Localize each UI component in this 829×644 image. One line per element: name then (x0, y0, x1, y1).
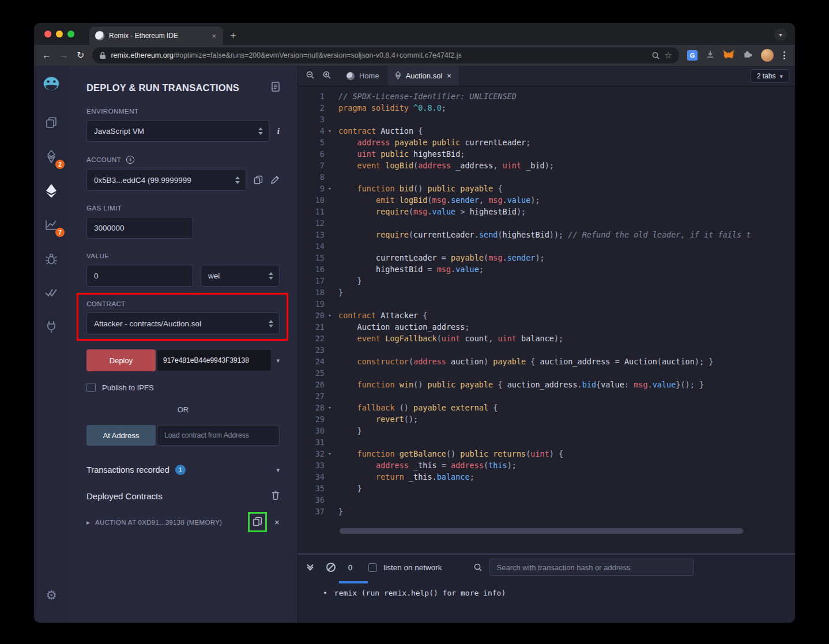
select-arrows-icon (269, 320, 273, 327)
deployed-contract-row[interactable]: ▸ AUCTION AT 0XD91...39138 (MEMORY) × (86, 517, 280, 528)
listen-network-checkbox[interactable] (368, 563, 377, 572)
code-line: 12 (298, 217, 795, 229)
horizontal-scrollbar[interactable] (340, 528, 743, 534)
sign-message-pencil-icon[interactable] (270, 175, 280, 184)
gas-limit-label: GAS LIMIT (86, 205, 280, 212)
plugin-manager-icon[interactable] (43, 318, 60, 336)
profile-avatar[interactable] (761, 49, 774, 62)
code-line: 36 (298, 494, 795, 506)
value-unit-select[interactable]: wei (201, 265, 280, 287)
settings-icon[interactable]: ⚙ (43, 587, 60, 604)
select-arrows-icon (258, 127, 263, 135)
code-line: 3 (298, 114, 795, 125)
select-arrows-icon (269, 272, 273, 280)
code-line: 29 revert(); (298, 413, 795, 425)
code-line: 9▾ function bid() public payable { (298, 183, 795, 194)
code-line: 16 highestBid = msg.value; (298, 263, 795, 275)
code-line: 30 } (298, 425, 795, 436)
code-line: 25 (298, 367, 795, 379)
copy-address-wrap (253, 517, 262, 528)
zoom-page-icon[interactable] (651, 51, 660, 60)
add-account-icon[interactable]: + (126, 156, 134, 164)
new-tab-button[interactable]: + (230, 29, 236, 42)
static-analysis-icon[interactable]: 7 (43, 216, 60, 234)
environment-info-icon[interactable]: i (277, 126, 280, 136)
browser-tab[interactable]: Remix - Ethereum IDE × (89, 27, 223, 45)
terminal-search-icon (473, 563, 483, 572)
terminal: 0 listen on network remix (run remix.hel… (298, 553, 795, 623)
account-select[interactable]: 0x5B3...eddC4 (99.9999999 (86, 169, 246, 191)
transactions-chevron-icon[interactable]: ▾ (276, 466, 280, 474)
deploy-run-icon[interactable] (43, 182, 60, 199)
gas-limit-input[interactable] (86, 217, 193, 239)
expand-args-chevron-icon[interactable]: ▾ (276, 357, 280, 364)
download-icon[interactable] (706, 50, 715, 61)
code-line: 6 uint public highestBid; (298, 148, 795, 160)
code-line: 10 emit logBid(msg.sender, msg.value); (298, 194, 795, 206)
minimize-window-button[interactable] (56, 31, 63, 37)
home-tab-icon (346, 72, 355, 80)
terminal-log-line: remix (run remix.help() for more info) (323, 589, 795, 597)
close-file-tab-icon[interactable]: × (447, 71, 451, 80)
back-icon[interactable]: ← (42, 51, 51, 60)
bookmark-star-icon[interactable]: ☆ (665, 50, 672, 61)
at-address-input[interactable] (157, 425, 280, 446)
translate-icon[interactable]: G (687, 50, 698, 61)
contract-select[interactable]: Attacker - contracts/Auction.sol (86, 312, 280, 334)
close-window-button[interactable] (44, 31, 51, 37)
code-line: 27 (298, 390, 795, 402)
expand-instance-chevron-icon[interactable]: ▸ (86, 518, 90, 526)
constructor-arg-input[interactable] (157, 349, 272, 371)
copy-address-icon[interactable] (253, 517, 262, 528)
window-controls (44, 31, 74, 37)
tab-search-button[interactable]: ▾ (774, 28, 787, 41)
clipped-log-link[interactable] (339, 581, 368, 583)
remove-instance-icon[interactable]: × (274, 517, 280, 527)
url-bar[interactable]: remix.ethereum.org/#optimize=false&runs=… (92, 47, 679, 63)
extensions-puzzle-icon[interactable] (743, 49, 753, 62)
browser-tab-strip: Remix - Ethereum IDE × + ▾ (34, 23, 795, 45)
panel-title: DEPLOY & RUN TRANSACTIONS (86, 82, 239, 93)
value-input[interactable] (86, 265, 193, 287)
unit-testing-icon[interactable] (43, 284, 60, 302)
code-line: 17 } (298, 275, 795, 287)
at-address-button[interactable]: At Address (86, 425, 156, 446)
deploy-button[interactable]: Deploy (86, 349, 156, 371)
select-arrows-icon (235, 176, 240, 184)
terminal-search-input[interactable] (489, 559, 694, 576)
zoom-out-icon[interactable] (306, 70, 315, 82)
tabs-count-dropdown[interactable]: 2 tabs ▾ (751, 69, 789, 83)
tab-auction-sol[interactable]: Auction.sol × (387, 66, 459, 86)
refresh-icon[interactable]: ↻ (77, 51, 84, 60)
caret-down-icon: ▾ (779, 73, 783, 80)
publish-ipfs-checkbox[interactable] (86, 383, 96, 392)
code-line: 21 Auction auction_address; (298, 321, 795, 333)
deploy-run-panel: DEPLOY & RUN TRANSACTIONS ENVIRONMENT Ja… (69, 66, 298, 623)
solidity-compiler-icon[interactable]: 2 (43, 148, 60, 165)
code-line: 2pragma solidity ^0.8.0; (298, 102, 795, 114)
remix-favicon-icon (95, 31, 104, 40)
docs-icon[interactable] (272, 82, 280, 94)
tab-close-icon[interactable]: × (210, 32, 217, 40)
browser-menu-icon[interactable] (782, 51, 787, 59)
metamask-icon[interactable] (723, 49, 734, 62)
expand-terminal-icon[interactable] (308, 565, 312, 570)
forward-icon[interactable]: → (59, 51, 69, 60)
zoom-in-icon[interactable] (322, 70, 331, 82)
contract-label: CONTRACT (86, 300, 280, 307)
code-line: 8 (298, 171, 795, 183)
terminal-bar: 0 listen on network (298, 555, 795, 580)
copy-account-icon[interactable] (254, 175, 263, 184)
clear-instances-trash-icon[interactable] (272, 491, 280, 502)
environment-label: ENVIRONMENT (86, 108, 280, 115)
debugger-icon[interactable] (43, 250, 60, 268)
code-editor[interactable]: 1// SPDX-License-Identifier: UNLICENSED2… (298, 86, 795, 553)
environment-select[interactable]: JavaScript VM (86, 120, 269, 142)
code-line: 18} (298, 287, 795, 298)
file-explorer-icon[interactable] (43, 114, 60, 131)
tab-home[interactable]: Home (339, 66, 387, 86)
zoom-window-button[interactable] (67, 31, 74, 37)
deployed-contracts-header: Deployed Contracts (86, 491, 163, 501)
publish-ipfs-label: Publish to IPFS (102, 383, 154, 392)
code-line: 34 return _this.balance; (298, 471, 795, 483)
